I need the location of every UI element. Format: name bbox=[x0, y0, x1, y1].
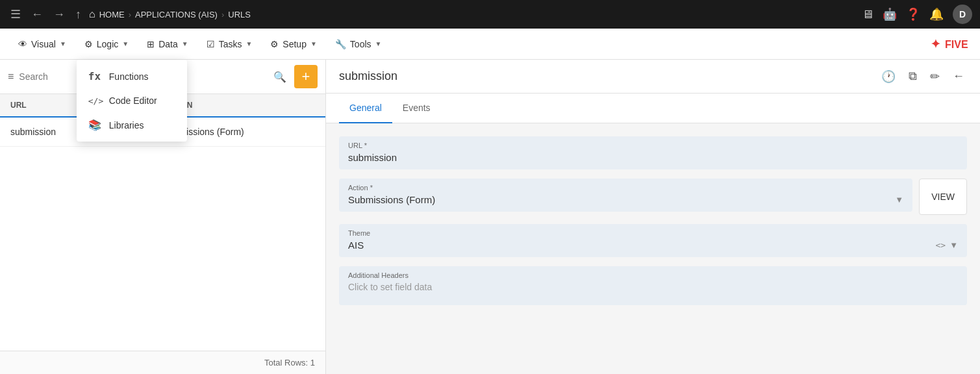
dropdown-code-editor[interactable]: </> Code Editor bbox=[77, 89, 187, 112]
theme-value: AIS bbox=[348, 240, 364, 251]
search-icon[interactable]: 🔍 bbox=[271, 68, 289, 86]
additional-headers-placeholder: Click to set field data bbox=[348, 282, 958, 292]
setup-label: Setup bbox=[283, 39, 307, 49]
record-title: submission bbox=[339, 69, 879, 83]
menu-icon[interactable]: ☰ bbox=[8, 5, 23, 24]
theme-code-icon[interactable]: <> bbox=[935, 240, 946, 250]
help-icon[interactable]: ❓ bbox=[906, 7, 920, 21]
code-editor-label: Code Editor bbox=[109, 95, 157, 106]
right-actions: 🕐 ⧉ ✏ ← bbox=[879, 67, 967, 86]
tabs-bar: General Events bbox=[326, 94, 980, 123]
edit-icon[interactable]: ✏ bbox=[927, 67, 942, 86]
user-avatar[interactable]: D bbox=[953, 5, 972, 24]
visual-label: Visual bbox=[31, 39, 56, 49]
setup-icon: ⚙ bbox=[270, 39, 279, 49]
data-chevron: ▼ bbox=[182, 40, 188, 47]
additional-headers-label: Additional Headers bbox=[348, 271, 958, 279]
form-area: URL * submission Action * Submissions (F… bbox=[326, 123, 980, 318]
breadcrumb-sep-1: › bbox=[129, 10, 131, 19]
theme-field: Theme AIS <> ▼ bbox=[339, 224, 967, 257]
action-field: Action * Submissions (Form) ▼ bbox=[339, 179, 912, 212]
menu-logic[interactable]: ⚙ Logic ▼ fx Functions </> Code Editor 📚… bbox=[77, 29, 136, 59]
url-field: URL * submission bbox=[339, 136, 967, 169]
robot-icon[interactable]: 🤖 bbox=[883, 7, 897, 21]
tools-label: Tools bbox=[350, 39, 371, 49]
breadcrumb-urls[interactable]: URLS bbox=[228, 10, 251, 19]
add-button[interactable]: + bbox=[294, 65, 318, 88]
breadcrumb-home[interactable]: HOME bbox=[99, 10, 125, 19]
back-icon[interactable]: ← bbox=[29, 5, 45, 24]
menu-visual[interactable]: 👁 Visual ▼ bbox=[10, 29, 74, 59]
libraries-label: Libraries bbox=[109, 120, 144, 131]
filter-icon[interactable]: ≡ bbox=[8, 71, 14, 82]
functions-icon: fx bbox=[88, 70, 101, 82]
breadcrumb-sep-2: › bbox=[221, 10, 224, 19]
forward-icon[interactable]: → bbox=[51, 5, 68, 24]
data-icon: ⊞ bbox=[147, 39, 155, 49]
tab-general[interactable]: General bbox=[339, 94, 392, 123]
total-rows: Total Rows: 1 bbox=[264, 358, 315, 368]
visual-icon: 👁 bbox=[18, 39, 27, 49]
menu-data[interactable]: ⊞ Data ▼ bbox=[139, 29, 195, 59]
breadcrumb-applications[interactable]: APPLICATIONS (AIS) bbox=[135, 10, 218, 19]
menu-tools[interactable]: 🔧 Tools ▼ bbox=[327, 29, 390, 59]
theme-chevron[interactable]: ▼ bbox=[949, 240, 958, 250]
action-chevron: ▼ bbox=[895, 195, 903, 205]
functions-label: Functions bbox=[109, 71, 149, 82]
url-value: submission bbox=[348, 152, 958, 163]
logic-dropdown: fx Functions </> Code Editor 📚 Libraries bbox=[77, 60, 187, 142]
logic-label: Logic bbox=[97, 39, 118, 49]
history-icon[interactable]: 🕐 bbox=[879, 67, 898, 86]
logo-area: ✦ FIVE bbox=[931, 36, 970, 52]
action-value: Submissions (Form) bbox=[348, 194, 435, 205]
data-label: Data bbox=[158, 39, 178, 49]
tasks-chevron: ▼ bbox=[245, 40, 252, 47]
tools-icon: 🔧 bbox=[335, 39, 346, 49]
action-label: Action * bbox=[348, 184, 903, 192]
setup-chevron: ▼ bbox=[310, 40, 317, 47]
right-panel: submission 🕐 ⧉ ✏ ← General Events URL * … bbox=[326, 60, 980, 374]
table-empty-space bbox=[0, 147, 325, 351]
tasks-icon: ☑ bbox=[207, 39, 215, 49]
libraries-icon: 📚 bbox=[88, 119, 101, 131]
visual-chevron: ▼ bbox=[60, 40, 66, 47]
dropdown-libraries[interactable]: 📚 Libraries bbox=[77, 112, 187, 138]
url-label: URL * bbox=[348, 142, 958, 149]
code-editor-icon: </> bbox=[88, 96, 101, 106]
svg-text:FIVE: FIVE bbox=[945, 39, 968, 50]
tools-chevron: ▼ bbox=[375, 40, 382, 47]
breadcrumb: ⌂ HOME › APPLICATIONS (AIS) › URLS bbox=[89, 8, 251, 20]
view-button[interactable]: VIEW bbox=[919, 179, 967, 215]
menu-tasks[interactable]: ☑ Tasks ▼ bbox=[199, 29, 260, 59]
copy-icon[interactable]: ⧉ bbox=[906, 67, 920, 86]
five-logo: ✦ FIVE bbox=[931, 36, 970, 52]
monitor-icon[interactable]: 🖥 bbox=[862, 8, 873, 21]
menu-setup[interactable]: ⚙ Setup ▼ bbox=[262, 29, 325, 59]
table-footer: Total Rows: 1 bbox=[0, 351, 325, 374]
logic-icon: ⚙ bbox=[84, 39, 93, 49]
up-icon[interactable]: ↑ bbox=[73, 5, 84, 24]
home-icon: ⌂ bbox=[89, 8, 95, 20]
svg-text:✦: ✦ bbox=[931, 38, 940, 51]
additional-headers-field[interactable]: Additional Headers Click to set field da… bbox=[339, 266, 967, 305]
tasks-label: Tasks bbox=[219, 39, 242, 49]
action-row: Action * Submissions (Form) ▼ VIEW bbox=[339, 179, 967, 215]
logic-chevron: ▼ bbox=[122, 40, 129, 47]
tab-events[interactable]: Events bbox=[392, 94, 441, 123]
right-header: submission 🕐 ⧉ ✏ ← bbox=[326, 60, 980, 94]
top-bar: ☰ ← → ↑ ⌂ HOME › APPLICATIONS (AIS) › UR… bbox=[0, 0, 980, 29]
dropdown-functions[interactable]: fx Functions bbox=[77, 64, 187, 89]
top-bar-actions: 🖥 🤖 ❓ 🔔 D bbox=[862, 5, 972, 24]
theme-label: Theme bbox=[348, 229, 958, 237]
menu-bar: 👁 Visual ▼ ⚙ Logic ▼ fx Functions </> Co… bbox=[0, 29, 980, 60]
bell-icon[interactable]: 🔔 bbox=[929, 7, 944, 21]
back-arrow-icon[interactable]: ← bbox=[950, 67, 967, 86]
